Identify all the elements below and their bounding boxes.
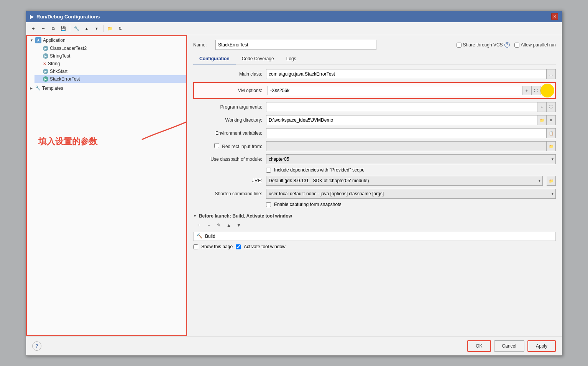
- vm-expand-button[interactable]: ⛶: [531, 86, 540, 95]
- apply-button[interactable]: Apply: [527, 340, 556, 352]
- cursor-indicator-dot: [540, 84, 554, 97]
- cancel-button[interactable]: Cancel: [494, 340, 524, 352]
- sort-button[interactable]: ⇅: [116, 25, 124, 33]
- vm-options-row: VM options: + ⛶: [193, 82, 556, 99]
- ok-button[interactable]: OK: [467, 340, 491, 352]
- classpath-module-select[interactable]: chapter05: [266, 154, 556, 164]
- tree-item-shkstart[interactable]: ▶ ShkStart: [34, 68, 186, 75]
- move-down-button[interactable]: ▼: [92, 25, 101, 33]
- activate-tool-label: Activate tool window: [244, 244, 286, 249]
- include-deps-checkbox[interactable]: [266, 168, 271, 173]
- working-dir-row: Working directory: 📁 ▼: [193, 115, 556, 125]
- jre-browse-button[interactable]: 📁: [547, 176, 556, 186]
- templates-icon: 🔧: [35, 86, 41, 91]
- allow-parallel-label[interactable]: Allow parallel run: [514, 42, 556, 48]
- program-args-row: Program arguments: + ⛶: [193, 102, 556, 112]
- shorten-cmd-select-wrapper: user-local default: none - java [options…: [266, 189, 556, 199]
- annotation-text: 填入设置的参数: [38, 136, 97, 147]
- show-page-label: Show this page: [201, 244, 233, 249]
- enable-capturing-checkbox[interactable]: [266, 202, 271, 207]
- jre-select[interactable]: Default (jdk-8.0.131 - SDK of 'chapter05…: [266, 176, 543, 186]
- help-button[interactable]: ?: [32, 341, 41, 351]
- working-dir-dropdown-button[interactable]: ▼: [547, 115, 556, 125]
- main-class-browse-button[interactable]: …: [547, 69, 556, 79]
- include-deps-row: Include dependencies with "Provided" sco…: [266, 167, 556, 173]
- title-bar-left: ▶ Run/Debug Configurations: [30, 13, 100, 20]
- app-icon: ▶: [30, 13, 34, 20]
- tree-item-string[interactable]: ✕ String: [34, 60, 186, 68]
- bl-up-button[interactable]: ▲: [225, 221, 233, 229]
- tree-item-classloader[interactable]: ▶ ClassLoaderTest2: [34, 45, 186, 52]
- add-config-button[interactable]: +: [29, 25, 38, 33]
- classpath-module-label: Use classpath of module:: [193, 157, 262, 162]
- bl-down-button[interactable]: ▼: [235, 221, 243, 229]
- bl-remove-button[interactable]: −: [205, 221, 213, 229]
- copy-config-button[interactable]: ⧉: [49, 25, 57, 33]
- tree-templates-group[interactable]: ▶ 🔧 Templates: [27, 84, 186, 92]
- working-dir-browse-button[interactable]: 📁: [537, 115, 547, 125]
- remove-config-button[interactable]: −: [39, 25, 48, 33]
- bl-add-button[interactable]: +: [195, 221, 203, 229]
- env-vars-label: Environment variables:: [193, 130, 262, 136]
- stackerrortest-label: StackErrorTest: [50, 76, 80, 82]
- show-page-checkbox[interactable]: [193, 244, 198, 249]
- tab-logs[interactable]: Logs: [280, 54, 302, 64]
- templates-arrow: ▶: [30, 86, 34, 90]
- main-class-input[interactable]: [266, 69, 547, 79]
- vm-side-btns: + ⛶: [522, 86, 540, 95]
- program-args-input-group: + ⛶: [266, 102, 556, 112]
- header-right: Share through VCS ? Allow parallel run: [457, 42, 556, 48]
- env-vars-row: Environment variables: 📋: [193, 128, 556, 138]
- run-icon-shkstart: ▶: [43, 69, 48, 74]
- main-class-input-group: …: [266, 69, 556, 79]
- enable-capturing-label: Enable capturing form snapshots: [274, 202, 341, 207]
- env-vars-input[interactable]: [266, 128, 547, 138]
- redirect-input-input[interactable]: [266, 141, 547, 151]
- name-label: Name:: [193, 42, 212, 48]
- bl-edit-button[interactable]: ✎: [215, 221, 223, 229]
- redirect-browse-button[interactable]: 📁: [547, 141, 556, 151]
- share-vcs-checkbox[interactable]: [457, 43, 462, 48]
- name-input[interactable]: [215, 40, 376, 50]
- application-icon: A: [35, 37, 41, 43]
- tree-application-group[interactable]: ▼ A Application: [27, 36, 186, 45]
- build-icon: 🔨: [197, 233, 203, 239]
- settings-button[interactable]: 🔧: [72, 25, 81, 33]
- tab-configuration[interactable]: Configuration: [193, 54, 236, 64]
- tab-code-coverage[interactable]: Code Coverage: [236, 54, 280, 64]
- working-dir-input-group: 📁 ▼: [266, 115, 556, 125]
- activate-tool-checkbox[interactable]: [236, 244, 241, 249]
- classpath-module-select-wrapper: chapter05 ▼: [266, 154, 556, 164]
- program-args-expand-button[interactable]: ⛶: [547, 102, 556, 112]
- before-launch-title: Before launch: Build, Activate tool wind…: [199, 213, 292, 219]
- name-section: Name:: [193, 40, 376, 50]
- run-icon-classloader: ▶: [43, 46, 48, 51]
- tree-item-stringtest[interactable]: ▶ StringTest: [34, 52, 186, 60]
- vm-options-input[interactable]: [268, 86, 522, 95]
- tree-item-stackerrortest[interactable]: ▶ StackErrorTest: [34, 75, 186, 83]
- main-class-row: Main class: …: [193, 69, 556, 79]
- before-launch-collapse-arrow[interactable]: ▼: [193, 214, 197, 218]
- folder-button[interactable]: 📁: [106, 25, 114, 33]
- move-up-button[interactable]: ▲: [82, 25, 91, 33]
- save-config-button[interactable]: 💾: [59, 25, 67, 33]
- tabs-bar: Configuration Code Coverage Logs: [193, 54, 556, 64]
- redirect-input-checkbox[interactable]: [214, 143, 219, 148]
- vm-add-button[interactable]: +: [522, 86, 531, 95]
- program-args-add-button[interactable]: +: [537, 102, 547, 112]
- application-label: Application: [43, 38, 66, 43]
- shorten-cmd-label: Shorten command line:: [193, 191, 262, 196]
- shorten-cmd-select[interactable]: user-local default: none - java [options…: [266, 189, 556, 199]
- working-dir-input[interactable]: [266, 115, 537, 125]
- toolbar: + − ⧉ 💾 🔧 ▲ ▼ 📁 ⇅: [26, 22, 562, 35]
- share-vcs-label[interactable]: Share through VCS ?: [457, 42, 510, 48]
- toolbar-separator-2: [103, 25, 103, 32]
- allow-parallel-checkbox[interactable]: [514, 43, 519, 48]
- run-icon-stackerrortest: ▶: [43, 76, 48, 82]
- toolbar-separator-1: [70, 25, 70, 32]
- close-button[interactable]: ✕: [551, 13, 558, 20]
- classpath-module-row: Use classpath of module: chapter05 ▼: [193, 154, 556, 164]
- env-vars-browse-button[interactable]: 📋: [547, 128, 556, 138]
- shorten-cmd-row: Shorten command line: user-local default…: [193, 189, 556, 199]
- program-args-input[interactable]: [266, 102, 537, 112]
